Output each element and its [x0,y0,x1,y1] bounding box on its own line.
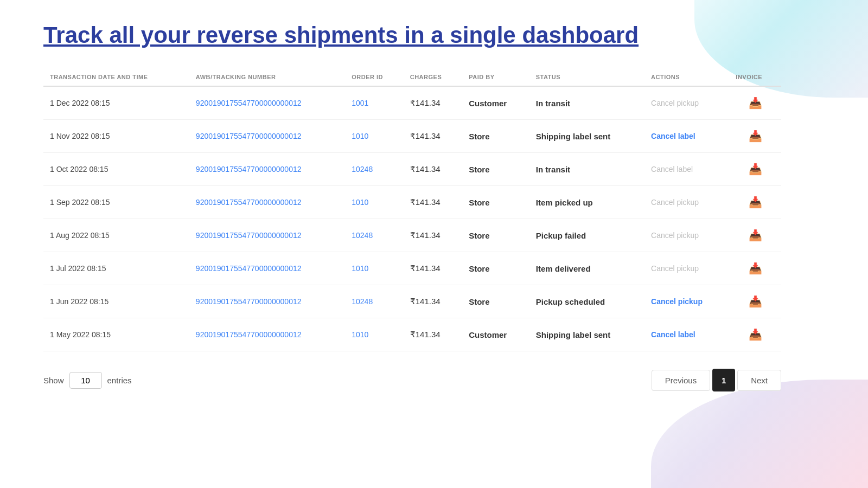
cell-charges-7: ₹141.34 [404,318,462,351]
download-icon-5[interactable]: 📥 [749,262,762,274]
cell-paidby-4: Store [462,219,529,252]
cell-date-7: 1 May 2022 08:15 [43,318,189,351]
page-title: Track all your reverse shipments in a si… [43,22,781,49]
col-header-charges: CHARGES [404,68,462,86]
cell-awb-1[interactable]: 9200190175547700000000012 [189,120,345,153]
cell-invoice-4[interactable]: 📥 [729,219,781,252]
cell-awb-3[interactable]: 9200190175547700000000012 [189,186,345,219]
table-footer: Show 10 entries Previous 1 Next [43,369,781,391]
cell-invoice-5[interactable]: 📥 [729,252,781,285]
cell-status-4: Pickup failed [529,219,644,252]
cell-awb-4[interactable]: 9200190175547700000000012 [189,219,345,252]
cell-charges-0: ₹141.34 [404,86,462,120]
download-icon-2[interactable]: 📥 [749,163,762,175]
action-link-2: Cancel label [651,165,693,174]
col-header-paid-by: PAID BY [462,68,529,86]
cell-actions-4: Cancel pickup [644,219,729,252]
table-row: 1 Dec 2022 08:15 92001901755477000000000… [43,86,781,120]
cell-awb-0[interactable]: 9200190175547700000000012 [189,86,345,120]
cell-status-2: In transit [529,153,644,186]
col-header-awb: AWB/TRACKING NUMBER [189,68,345,86]
cell-actions-6[interactable]: Cancel pickup [644,285,729,318]
cell-actions-1[interactable]: Cancel label [644,120,729,153]
cell-invoice-6[interactable]: 📥 [729,285,781,318]
cell-charges-4: ₹141.34 [404,219,462,252]
cell-orderid-3[interactable]: 1010 [345,186,403,219]
cell-orderid-2[interactable]: 10248 [345,153,403,186]
table-row: 1 Jul 2022 08:15 92001901755477000000000… [43,252,781,285]
cell-actions-2: Cancel label [644,153,729,186]
download-icon-0[interactable]: 📥 [749,97,762,109]
action-link-6[interactable]: Cancel pickup [651,297,703,306]
cell-invoice-2[interactable]: 📥 [729,153,781,186]
cell-invoice-7[interactable]: 📥 [729,318,781,351]
previous-button[interactable]: Previous [652,370,710,391]
shipments-table: TRANSACTION DATE AND TIME AWB/TRACKING N… [43,68,781,351]
cell-actions-7[interactable]: Cancel label [644,318,729,351]
cell-charges-3: ₹141.34 [404,186,462,219]
shipments-table-container: TRANSACTION DATE AND TIME AWB/TRACKING N… [43,68,781,351]
cell-status-1: Shipping label sent [529,120,644,153]
table-row: 1 Sep 2022 08:15 92001901755477000000000… [43,186,781,219]
download-icon-7[interactable]: 📥 [749,329,762,341]
action-link-1[interactable]: Cancel label [651,132,695,140]
cell-awb-6[interactable]: 9200190175547700000000012 [189,285,345,318]
show-entries-control: Show 10 entries [43,372,132,389]
cell-date-2: 1 Oct 2022 08:15 [43,153,189,186]
current-page-number[interactable]: 1 [712,369,735,391]
cell-charges-2: ₹141.34 [404,153,462,186]
cell-status-7: Shipping label sent [529,318,644,351]
cell-status-5: Item delivered [529,252,644,285]
cell-paidby-1: Store [462,120,529,153]
cell-paidby-5: Store [462,252,529,285]
action-link-3: Cancel pickup [651,198,699,207]
cell-invoice-3[interactable]: 📥 [729,186,781,219]
table-row: 1 Aug 2022 08:15 92001901755477000000000… [43,219,781,252]
cell-orderid-5[interactable]: 1010 [345,252,403,285]
download-icon-1[interactable]: 📥 [749,130,762,142]
cell-paidby-0: Customer [462,86,529,120]
cell-date-5: 1 Jul 2022 08:15 [43,252,189,285]
entries-label: entries [107,376,132,385]
cell-paidby-3: Store [462,186,529,219]
cell-charges-6: ₹141.34 [404,285,462,318]
next-button[interactable]: Next [737,370,781,391]
col-header-status: STATUS [529,68,644,86]
download-icon-6[interactable]: 📥 [749,296,762,307]
cell-paidby-7: Customer [462,318,529,351]
download-icon-4[interactable]: 📥 [749,229,762,241]
cell-orderid-7[interactable]: 1010 [345,318,403,351]
cell-awb-2[interactable]: 9200190175547700000000012 [189,153,345,186]
show-label: Show [43,376,64,385]
col-header-invoice: INVOICE [729,68,781,86]
cell-status-3: Item picked up [529,186,644,219]
cell-invoice-0[interactable]: 📥 [729,86,781,120]
cell-charges-1: ₹141.34 [404,120,462,153]
action-link-4: Cancel pickup [651,231,699,240]
cell-awb-5[interactable]: 9200190175547700000000012 [189,252,345,285]
cell-orderid-1[interactable]: 1010 [345,120,403,153]
table-row: 1 Jun 2022 08:15 92001901755477000000000… [43,285,781,318]
action-link-5: Cancel pickup [651,264,699,273]
pagination-control: Previous 1 Next [652,369,781,391]
cell-paidby-2: Store [462,153,529,186]
table-header-row: TRANSACTION DATE AND TIME AWB/TRACKING N… [43,68,781,86]
table-row: 1 Nov 2022 08:15 92001901755477000000000… [43,120,781,153]
cell-actions-3: Cancel pickup [644,186,729,219]
cell-date-4: 1 Aug 2022 08:15 [43,219,189,252]
col-header-actions: ACTIONS [644,68,729,86]
cell-invoice-1[interactable]: 📥 [729,120,781,153]
col-header-transaction-date: TRANSACTION DATE AND TIME [43,68,189,86]
download-icon-3[interactable]: 📥 [749,196,762,208]
cell-actions-0: Cancel pickup [644,86,729,120]
entries-input[interactable]: 10 [69,372,102,389]
cell-awb-7[interactable]: 9200190175547700000000012 [189,318,345,351]
col-header-order-id: ORDER ID [345,68,403,86]
cell-charges-5: ₹141.34 [404,252,462,285]
cell-date-1: 1 Nov 2022 08:15 [43,120,189,153]
action-link-7[interactable]: Cancel label [651,330,695,339]
cell-status-6: Pickup scheduled [529,285,644,318]
cell-orderid-6[interactable]: 10248 [345,285,403,318]
cell-orderid-4[interactable]: 10248 [345,219,403,252]
cell-orderid-0[interactable]: 1001 [345,86,403,120]
